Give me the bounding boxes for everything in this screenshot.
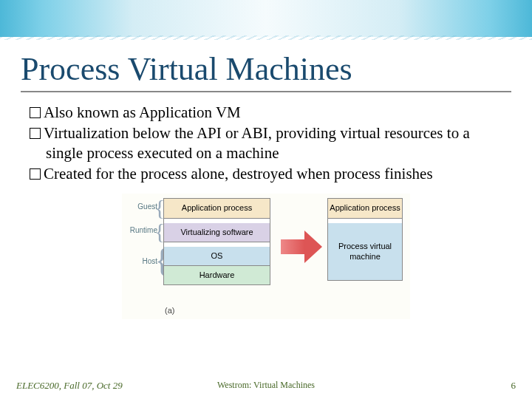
footer-presentation-title: Westrom: Virtual Machines <box>217 380 315 391</box>
panel-label: (a) <box>165 306 174 316</box>
bullet-text: Created for the process alone, destroyed… <box>44 165 433 183</box>
label-guest: Guest <box>122 202 157 212</box>
slide-title: Process Virtual Machines <box>0 37 532 91</box>
footer-page-number: 6 <box>511 380 516 392</box>
bullet-text: Also known as Application VM <box>44 103 241 121</box>
footer-course-info: ELEC6200, Fall 07, Oct 29 <box>16 380 123 392</box>
checkbox-icon <box>30 128 41 139</box>
bullet-text: Virtualization below the API or ABI, pro… <box>44 124 470 161</box>
label-runtime: Runtime <box>122 226 157 236</box>
bullet-item: Virtualization below the API or ABI, pro… <box>30 123 502 163</box>
layer-app-process-right: Application process <box>327 198 403 219</box>
slide-body: Also known as Application VM Virtualizat… <box>0 100 532 319</box>
process-vm-diagram: Guest { Runtime { Host { Application pro… <box>122 194 410 319</box>
checkbox-icon <box>30 168 41 180</box>
right-stack: Application process Process virtual mach… <box>327 198 403 281</box>
layer-virtualizing-software: Virtualizing software <box>163 223 270 242</box>
layer-os: OS <box>163 247 270 266</box>
header-decorative-band <box>0 0 532 37</box>
bullet-item: Also known as Application VM <box>30 103 502 122</box>
left-stack: Application process Virtualizing softwar… <box>163 198 270 285</box>
slide-footer: ELEC6200, Fall 07, Oct 29 Westrom: Virtu… <box>0 380 532 392</box>
layer-hardware: Hardware <box>163 266 270 285</box>
title-underline <box>21 91 511 92</box>
bullet-item: Created for the process alone, destroyed… <box>30 164 502 183</box>
checkbox-icon <box>30 107 41 118</box>
label-host: Host <box>122 257 157 267</box>
layer-process-vm: Process virtual machine <box>327 223 403 281</box>
layer-app-process: Application process <box>163 198 270 219</box>
